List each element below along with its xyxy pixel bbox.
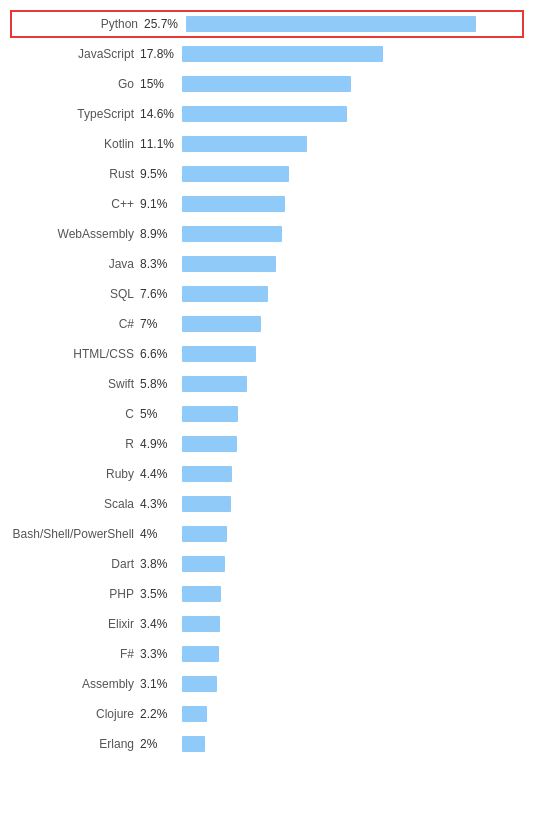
bar <box>182 76 351 92</box>
bar-label: Swift <box>10 377 140 391</box>
bar-label: Assembly <box>10 677 140 691</box>
bar <box>182 166 289 182</box>
chart-row: C5% <box>10 400 524 428</box>
bar-container <box>182 466 524 482</box>
bar-container <box>182 256 524 272</box>
bar-container <box>182 616 524 632</box>
bar <box>182 466 232 482</box>
bar-label: PHP <box>10 587 140 601</box>
bar <box>182 646 219 662</box>
chart-row: Kotlin11.1% <box>10 130 524 158</box>
bar <box>182 586 221 602</box>
bar-label: SQL <box>10 287 140 301</box>
chart-row: JavaScript17.8% <box>10 40 524 68</box>
bar-value: 11.1% <box>140 137 182 151</box>
chart-row: C#7% <box>10 310 524 338</box>
bar-label: Elixir <box>10 617 140 631</box>
chart-row: Java8.3% <box>10 250 524 278</box>
bar-value: 3.1% <box>140 677 182 691</box>
bar-container <box>182 676 524 692</box>
bar-value: 3.3% <box>140 647 182 661</box>
bar <box>182 286 268 302</box>
chart-row: SQL7.6% <box>10 280 524 308</box>
bar-label: Scala <box>10 497 140 511</box>
bar-container <box>182 166 524 182</box>
bar-container <box>182 106 524 122</box>
bar-label: Java <box>10 257 140 271</box>
bar <box>182 406 238 422</box>
bar-container <box>182 316 524 332</box>
bar <box>182 316 261 332</box>
bar-label: Rust <box>10 167 140 181</box>
chart-row: TypeScript14.6% <box>10 100 524 128</box>
bar-label: R <box>10 437 140 451</box>
bar-value: 3.5% <box>140 587 182 601</box>
bar <box>182 256 276 272</box>
bar <box>182 496 231 512</box>
bar-container <box>182 376 524 392</box>
bar <box>182 616 220 632</box>
bar-value: 2.2% <box>140 707 182 721</box>
bar <box>182 346 256 362</box>
chart-row: Go15% <box>10 70 524 98</box>
bar-container <box>182 646 524 662</box>
bar-container <box>182 76 524 92</box>
bar <box>182 526 227 542</box>
chart-row: Swift5.8% <box>10 370 524 398</box>
bar-container <box>182 226 524 242</box>
chart-row: WebAssembly8.9% <box>10 220 524 248</box>
chart-row: Elixir3.4% <box>10 610 524 638</box>
bar-value: 9.1% <box>140 197 182 211</box>
bar <box>182 436 237 452</box>
bar <box>182 556 225 572</box>
bar-container <box>182 436 524 452</box>
bar-container <box>182 346 524 362</box>
bar <box>182 676 217 692</box>
chart-row: HTML/CSS6.6% <box>10 340 524 368</box>
chart-row: Assembly3.1% <box>10 670 524 698</box>
bar-label: WebAssembly <box>10 227 140 241</box>
bar-chart: Python25.7%JavaScript17.8%Go15%TypeScrip… <box>10 10 524 758</box>
chart-row: R4.9% <box>10 430 524 458</box>
bar-container <box>182 496 524 512</box>
bar-label: Clojure <box>10 707 140 721</box>
bar-value: 3.4% <box>140 617 182 631</box>
bar-label: Python <box>14 17 144 31</box>
bar-container <box>182 736 524 752</box>
bar-value: 6.6% <box>140 347 182 361</box>
bar-value: 15% <box>140 77 182 91</box>
chart-row: F#3.3% <box>10 640 524 668</box>
chart-row: Scala4.3% <box>10 490 524 518</box>
bar-value: 7% <box>140 317 182 331</box>
bar-container <box>182 46 524 62</box>
bar-label: C# <box>10 317 140 331</box>
bar <box>182 46 383 62</box>
bar <box>182 736 205 752</box>
bar <box>182 106 347 122</box>
bar-container <box>182 526 524 542</box>
bar-label: C++ <box>10 197 140 211</box>
bar-value: 5% <box>140 407 182 421</box>
bar-value: 4% <box>140 527 182 541</box>
bar-value: 25.7% <box>144 17 186 31</box>
bar-label: Ruby <box>10 467 140 481</box>
bar-value: 9.5% <box>140 167 182 181</box>
bar-container <box>182 286 524 302</box>
bar-label: C <box>10 407 140 421</box>
chart-row: Ruby4.4% <box>10 460 524 488</box>
bar-value: 14.6% <box>140 107 182 121</box>
bar-label: Dart <box>10 557 140 571</box>
chart-row: C++9.1% <box>10 190 524 218</box>
bar-container <box>186 16 520 32</box>
chart-row: Dart3.8% <box>10 550 524 578</box>
bar-container <box>182 406 524 422</box>
bar-value: 4.4% <box>140 467 182 481</box>
bar <box>182 196 285 212</box>
bar-container <box>182 706 524 722</box>
bar-container <box>182 586 524 602</box>
bar-value: 8.3% <box>140 257 182 271</box>
bar-value: 4.3% <box>140 497 182 511</box>
bar-label: JavaScript <box>10 47 140 61</box>
chart-row: Python25.7% <box>10 10 524 38</box>
bar-container <box>182 556 524 572</box>
